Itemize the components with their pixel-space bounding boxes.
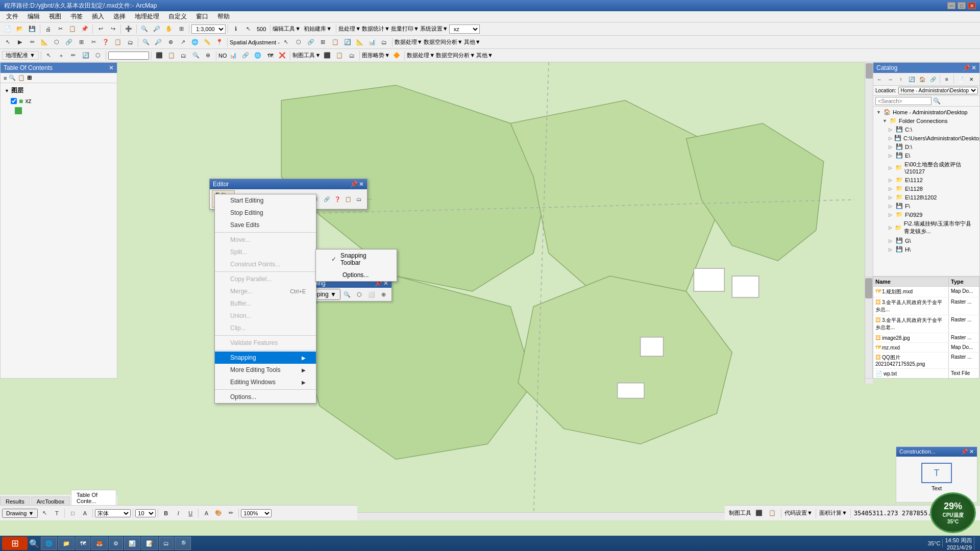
snap-icon4[interactable]: ⊕ xyxy=(378,289,389,300)
show-desktop-btn[interactable] xyxy=(974,537,978,550)
taskbar-explorer[interactable]: 📁 xyxy=(58,537,75,550)
layer-xz[interactable]: ■ xz xyxy=(3,96,115,106)
file-row-5[interactable]: 🗺mz.mxd Map Do... xyxy=(873,343,979,353)
coord-icon1[interactable]: ⬛ xyxy=(753,508,765,519)
cat-g-drive[interactable]: ▷ 💾 G\ xyxy=(874,236,978,245)
georef-input[interactable] xyxy=(108,52,149,60)
line-color-btn[interactable]: ✏ xyxy=(225,508,236,519)
taskbar-arcmap[interactable]: 🗺 xyxy=(76,537,90,550)
frame2[interactable]: 📋 xyxy=(166,50,177,61)
snap-icon3[interactable]: ⬜ xyxy=(366,289,377,300)
cat-forward[interactable]: → xyxy=(885,74,895,84)
toc-icon1[interactable]: ≡ xyxy=(4,75,7,81)
editor-pin-btn[interactable]: 📌 xyxy=(350,181,358,188)
cat-j-drive[interactable]: ▷ 💾 J\ xyxy=(874,254,978,255)
toc-close-btn[interactable]: ✕ xyxy=(109,64,114,71)
select-arrow[interactable]: ↗ xyxy=(177,37,188,48)
carto3[interactable]: 🗂 xyxy=(346,50,357,61)
cat-folder-connections[interactable]: ▼ 📁 Folder Connections xyxy=(874,116,978,125)
catalog-search-input[interactable] xyxy=(875,97,932,105)
menu-file[interactable]: 文件 xyxy=(2,11,22,22)
gframe10[interactable]: ❌ xyxy=(277,50,288,61)
layer-sub[interactable] xyxy=(3,106,115,115)
undo-btn[interactable]: ↩ xyxy=(95,23,106,35)
spatial2[interactable]: ⬡ xyxy=(293,37,304,48)
gframe7[interactable]: 🔗 xyxy=(240,50,251,61)
fill-color-btn[interactable]: 🎨 xyxy=(213,508,224,519)
toc-icon3[interactable]: 📋 xyxy=(18,74,25,81)
cat-up[interactable]: ↑ xyxy=(896,74,906,84)
save-btn[interactable]: 💾 xyxy=(27,23,38,35)
file-row-3[interactable]: 🖼3.金平县人民政府关于金平乡总老... Raster ... xyxy=(873,315,979,333)
draw-text2[interactable]: A xyxy=(79,508,90,519)
construction-pin[interactable]: 📌 xyxy=(961,448,968,455)
menu-stop-editing[interactable]: Stop Editing xyxy=(215,207,316,219)
zoom-in-map[interactable]: 🔍 xyxy=(140,37,152,48)
taskbar-app1[interactable]: 🗂 xyxy=(159,537,174,550)
font-color-btn[interactable]: A xyxy=(201,508,212,519)
search-go-btn[interactable]: 🔍 xyxy=(933,97,941,105)
tool3[interactable]: ✏ xyxy=(27,37,38,48)
georef2[interactable]: + xyxy=(56,50,67,61)
identify-btn[interactable]: ℹ xyxy=(230,23,241,35)
add-data-btn[interactable]: ➕ xyxy=(123,23,134,35)
spatial1[interactable]: ↖ xyxy=(281,37,292,48)
catalog-scrollbar[interactable] xyxy=(865,277,873,379)
file-row-1[interactable]: 🗺1.规划图.mxd Map Do... xyxy=(873,287,979,297)
location-selector[interactable]: Home - Administrator\Desktop xyxy=(898,87,978,94)
spatial5[interactable]: 📋 xyxy=(330,37,341,48)
file-row-6[interactable]: 🖼QQ图片20210427175925.png Raster ... xyxy=(873,353,979,369)
cat-connect[interactable]: 🔗 xyxy=(928,74,938,84)
cat-f2[interactable]: ▷ 📁 F\2.墙减挂钩\玉溪市华宁县青龙镇乡... xyxy=(874,219,978,236)
cat-c-drive[interactable]: ▷ 💾 C:\ xyxy=(874,125,978,134)
spatial7[interactable]: 📐 xyxy=(354,37,365,48)
taskbar-ie[interactable]: 🌐 xyxy=(41,537,57,550)
close-button[interactable]: ✕ xyxy=(968,2,976,9)
zoom-out-map[interactable]: 🔎 xyxy=(153,37,164,48)
menu-edit[interactable]: 编辑 xyxy=(23,11,44,22)
restore-button[interactable]: □ xyxy=(958,2,966,9)
underline-btn[interactable]: U xyxy=(185,508,196,519)
tab-toc[interactable]: Table Of Conte... xyxy=(71,490,116,506)
georef-menu[interactable]: 地理配准 ▼ xyxy=(2,51,39,60)
editor-close-btn[interactable]: ✕ xyxy=(359,181,364,188)
draw-text[interactable]: T xyxy=(51,508,62,519)
ed-icon-table[interactable]: 📋 xyxy=(343,194,353,204)
cat-e-drive[interactable]: ▷ 💾 E\ xyxy=(874,151,978,160)
snap-options-item[interactable]: Options... xyxy=(316,269,397,281)
bold-btn[interactable]: B xyxy=(160,508,172,519)
draw-arrow[interactable]: ↖ xyxy=(39,508,50,519)
earth-btn[interactable]: 🌐 xyxy=(189,37,201,48)
vscroll-thumb[interactable] xyxy=(866,63,873,79)
font-selector[interactable]: 宋体 xyxy=(95,509,131,517)
copy-btn[interactable]: 📋 xyxy=(67,23,78,35)
construction-text-icon[interactable]: T xyxy=(921,463,952,483)
new-btn[interactable]: 📄 xyxy=(2,23,13,35)
drawing-menu-btn[interactable]: Drawing ▼ xyxy=(2,509,38,518)
menu-editing-windows[interactable]: Editing Windows ▶ xyxy=(215,376,316,388)
gframe9[interactable]: 🗺 xyxy=(264,50,276,61)
layers-expand[interactable]: ▼ xyxy=(5,88,9,93)
start-button[interactable]: ⊞ xyxy=(2,537,28,550)
open-btn[interactable]: 📂 xyxy=(14,23,26,35)
tool11[interactable]: 🗂 xyxy=(125,37,136,48)
taskbar-settings[interactable]: ⚙ xyxy=(109,537,123,550)
tool10[interactable]: 📋 xyxy=(112,37,124,48)
georef4[interactable]: 🔄 xyxy=(80,50,91,61)
menu-save-edits[interactable]: Save Edits xyxy=(215,219,316,231)
paste-btn[interactable]: 📌 xyxy=(79,23,90,35)
zoom-in-btn[interactable]: 🔍 xyxy=(139,23,150,35)
menu-more-editing[interactable]: More Editing Tools ▶ xyxy=(215,364,316,376)
frame5[interactable]: ⊕ xyxy=(203,50,214,61)
frame4[interactable]: 🔍 xyxy=(190,50,202,61)
menu-snapping[interactable]: Snapping ▶ xyxy=(215,352,316,364)
zoom-out-btn[interactable]: 🔎 xyxy=(151,23,162,35)
taskbar-excel[interactable]: 📊 xyxy=(124,537,140,550)
cat-view[interactable]: ≡ xyxy=(942,74,952,84)
tool1[interactable]: ↖ xyxy=(2,37,13,48)
cat-e1112[interactable]: ▷ 📁 E\1112 xyxy=(874,176,978,184)
layer-xz-checkbox[interactable] xyxy=(11,98,17,104)
spatial4[interactable]: ⊞ xyxy=(317,37,329,48)
scale-selector[interactable]: 1:3,000 xyxy=(191,24,226,34)
taskbar-search-icon[interactable]: 🔍 xyxy=(29,538,40,549)
